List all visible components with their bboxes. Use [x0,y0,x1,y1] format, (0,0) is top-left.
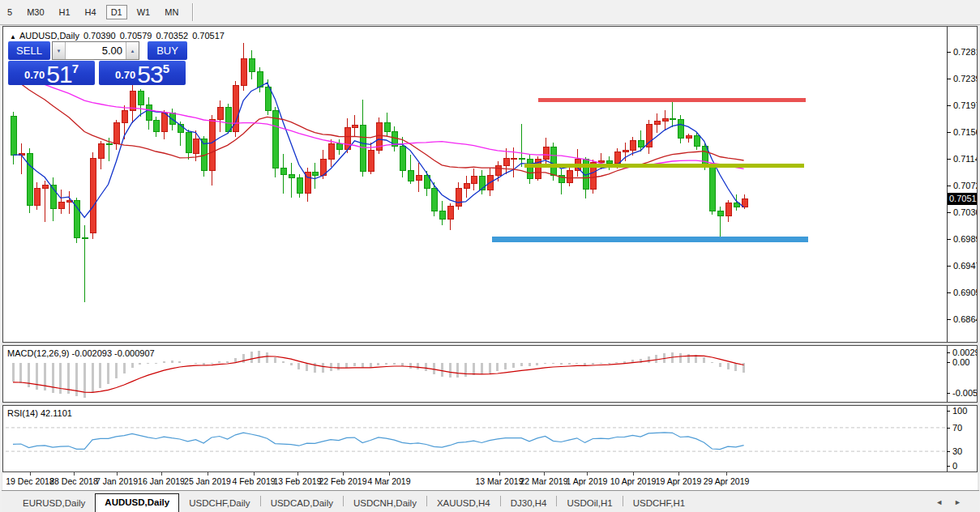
tab-xauusd-h4[interactable]: XAUUSD,H4 [427,495,500,512]
macd-bar [147,363,149,364]
tab-usdcnh-daily[interactable]: USDCNH,Daily [344,495,426,512]
candle-body [186,133,191,153]
macd-bar [362,363,364,368]
scroll-left-icon[interactable]: ◄ [935,498,954,506]
candle-body [74,201,79,238]
macd-bar [719,363,721,367]
timeframe-h4[interactable]: H4 [80,5,101,19]
macd-bar [703,357,705,363]
macd-bar [377,363,379,365]
macd-bar [496,363,499,372]
candle-body [257,72,263,87]
mid-support-line[interactable] [524,164,804,168]
date-tick [254,472,255,476]
sell-price-display[interactable]: 0.70517 [8,61,95,85]
macd-bar [131,363,134,369]
macd-bar [536,363,538,365]
candle-body [662,118,668,121]
macd-bar [734,363,737,372]
candle-body [464,184,469,189]
down-arrow-icon: ▼ [57,49,62,53]
macd-bar [107,363,109,384]
rsi-line [13,433,744,450]
date-tick [499,472,500,476]
macd-bar [12,363,15,382]
candle-body [289,174,294,178]
price-axis[interactable]: 0.728100.723900.719700.715600.711400.707… [947,27,977,342]
volume-increase-button[interactable]: ▲ [126,42,139,59]
one-click-trading-panel: SELL ▼ ▲ BUY 0.70517 0.70535 [8,41,188,85]
macd-bar [592,363,594,365]
rsi-chart[interactable]: 10070300 [3,406,977,471]
macd-bar [155,363,157,364]
timeframe-toolbar: 5M30H1H4D1W1MN [0,0,980,25]
tab-eurusd-daily[interactable]: EURUSD,Daily [13,495,95,512]
candle-body [614,151,620,163]
macd-axis[interactable]: 0.0029570.00-0.005825 [947,346,977,402]
macd-bar [425,363,427,372]
macd-bar [226,361,229,363]
rsi-panel[interactable]: 10070300 RSI(14) 42.1101 [2,405,978,472]
macd-bar [552,363,554,365]
candle-body [678,120,683,139]
timeframe-mn[interactable]: MN [160,5,183,19]
macd-bar [576,363,578,364]
buy-price-display[interactable]: 0.70535 [99,61,186,85]
timeframe-5[interactable]: 5 [2,5,17,19]
tab-usdchf-daily[interactable]: USDCHF,Daily [179,495,259,512]
volume-decrease-button[interactable]: ▼ [53,42,66,59]
tab-usdchf-h1[interactable]: USDCHF,H1 [623,495,695,512]
scroll-right-icon[interactable]: ► [954,498,973,506]
date-axis[interactable]: 19 Dec 201828 Dec 20187 Jan 201916 Jan 2… [2,472,978,490]
candle-body [280,168,286,174]
candle-body [27,153,32,205]
macd-bar [441,363,443,378]
timeframe-d1[interactable]: D1 [106,5,127,19]
price-axis-label: 0.70720 [953,181,977,190]
candle-body [138,91,143,105]
candle-body [416,176,422,181]
candle-body [328,143,334,159]
timeframe-w1[interactable]: W1 [132,5,156,19]
date-label: 10 Apr 2019 [610,476,657,486]
candle-body [408,170,413,181]
candle-body [606,160,612,163]
price-chart-panel[interactable]: 0.728100.723900.719700.715600.711400.707… [2,26,978,343]
tab-audusd-daily[interactable]: AUDUSD,Daily [95,493,179,512]
macd-bar [711,362,713,363]
resistance-line[interactable] [538,98,806,102]
macd-bar [19,363,22,383]
macd-bar [163,361,165,363]
date-tick [343,472,344,476]
candle-body [447,207,453,220]
buy-button[interactable]: BUY [148,41,187,60]
date-tick [633,472,634,476]
tab-dj30-h4[interactable]: DJ30,H4 [501,495,557,512]
tab-usdoil-h1[interactable]: USDOil,H1 [557,495,622,512]
candle-body [312,173,318,176]
tab-usdcad-daily[interactable]: USDCAD,Daily [261,495,343,512]
macd-bar [504,363,507,369]
candle-body [511,158,516,159]
candle-body [98,143,104,158]
macd-bar [560,363,563,365]
timeframe-m30[interactable]: M30 [22,5,49,19]
date-tick [587,472,588,476]
candle-body [734,203,739,207]
macd-bar [297,363,300,369]
volume-input[interactable] [66,42,126,59]
macd-label: MACD(12,26,9) -0.002093 -0.000907 [7,348,155,358]
candle-body [623,151,628,152]
macd-panel[interactable]: 0.0029570.00-0.005825 MACD(12,26,9) -0.0… [2,345,978,403]
candle-body [146,105,152,121]
candle-body [686,136,691,139]
timeframe-h1[interactable]: H1 [54,5,75,19]
macd-bar [337,363,340,370]
lower-support-line[interactable] [492,237,808,242]
macd-bar [345,363,348,369]
candle-body [336,143,342,149]
rsi-axis[interactable]: 10070300 [947,406,967,471]
macd-bar [178,361,181,363]
sell-button[interactable]: SELL [8,41,50,60]
rsi-axis-label: 100 [952,406,967,416]
